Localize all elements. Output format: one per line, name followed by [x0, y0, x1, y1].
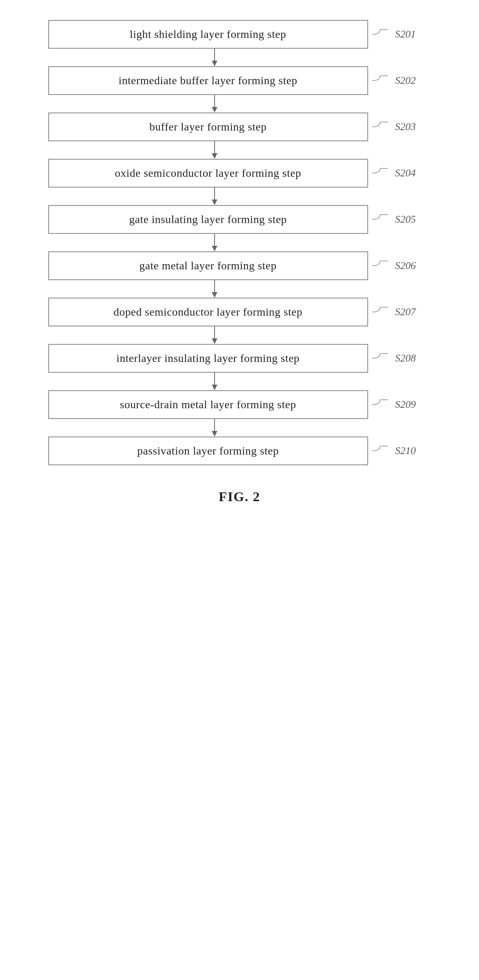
step-row-s210: passivation layer forming stepS210: [48, 437, 431, 465]
step-box-s201: light shielding layer forming step: [48, 20, 368, 49]
step-code-s207: S207: [395, 306, 431, 318]
svg-marker-17: [212, 431, 217, 437]
svg-marker-11: [212, 292, 217, 298]
step-code-s203: S203: [395, 121, 431, 133]
step-row-s204: oxide semiconductor layer forming stepS2…: [48, 159, 431, 188]
step-code-s204: S204: [395, 167, 431, 179]
step-row-s202: intermediate buffer layer forming stepS2…: [48, 66, 431, 95]
figure-caption: FIG. 2: [219, 489, 260, 504]
svg-marker-5: [212, 153, 217, 159]
step-row-s203: buffer layer forming stepS203: [48, 113, 431, 141]
step-box-s209: source-drain metal layer forming step: [48, 390, 368, 419]
svg-marker-13: [212, 338, 217, 344]
step-box-s202: intermediate buffer layer forming step: [48, 66, 368, 95]
step-code-s202: S202: [395, 75, 431, 87]
step-box-s204: oxide semiconductor layer forming step: [48, 159, 368, 188]
step-box-s208: interlayer insulating layer forming step: [48, 344, 368, 373]
arrow-s205: [48, 234, 431, 251]
arrow-s208: [48, 373, 431, 390]
svg-marker-7: [212, 200, 217, 205]
svg-marker-15: [212, 385, 217, 390]
svg-marker-1: [212, 61, 217, 66]
svg-marker-9: [212, 246, 217, 251]
arrow-s206: [48, 280, 431, 298]
step-box-s206: gate metal layer forming step: [48, 251, 368, 280]
arrow-s201: [48, 49, 431, 66]
step-box-s210: passivation layer forming step: [48, 437, 368, 465]
step-code-s209: S209: [395, 399, 431, 411]
flowchart: light shielding layer forming stepS201in…: [48, 20, 431, 465]
step-row-s209: source-drain metal layer forming stepS20…: [48, 390, 431, 419]
step-code-s201: S201: [395, 28, 431, 40]
step-box-s207: doped semiconductor layer forming step: [48, 298, 368, 326]
arrow-s203: [48, 141, 431, 159]
arrow-s204: [48, 188, 431, 205]
step-code-s205: S205: [395, 213, 431, 225]
step-row-s205: gate insulating layer forming stepS205: [48, 205, 431, 234]
svg-marker-3: [212, 107, 217, 113]
step-box-s205: gate insulating layer forming step: [48, 205, 368, 234]
step-code-s208: S208: [395, 352, 431, 364]
arrow-s207: [48, 326, 431, 344]
step-row-s208: interlayer insulating layer forming step…: [48, 344, 431, 373]
step-box-s203: buffer layer forming step: [48, 113, 368, 141]
step-row-s207: doped semiconductor layer forming stepS2…: [48, 298, 431, 326]
step-row-s206: gate metal layer forming stepS206: [48, 251, 431, 280]
step-row-s201: light shielding layer forming stepS201: [48, 20, 431, 49]
arrow-s202: [48, 95, 431, 113]
arrow-s209: [48, 419, 431, 437]
step-code-s210: S210: [395, 445, 431, 457]
step-code-s206: S206: [395, 260, 431, 272]
